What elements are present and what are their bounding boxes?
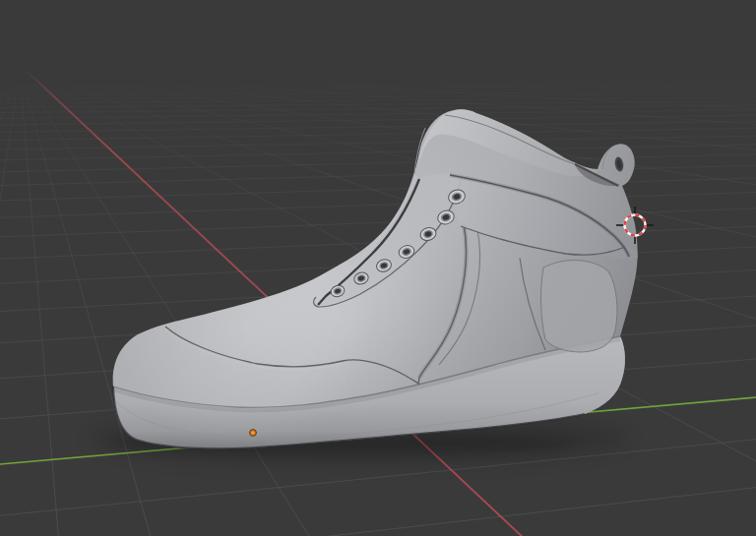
heel-patch <box>541 261 617 352</box>
viewport-3d[interactable] <box>0 0 756 536</box>
origin-point-icon <box>250 430 257 437</box>
viewport-canvas[interactable] <box>0 0 756 536</box>
